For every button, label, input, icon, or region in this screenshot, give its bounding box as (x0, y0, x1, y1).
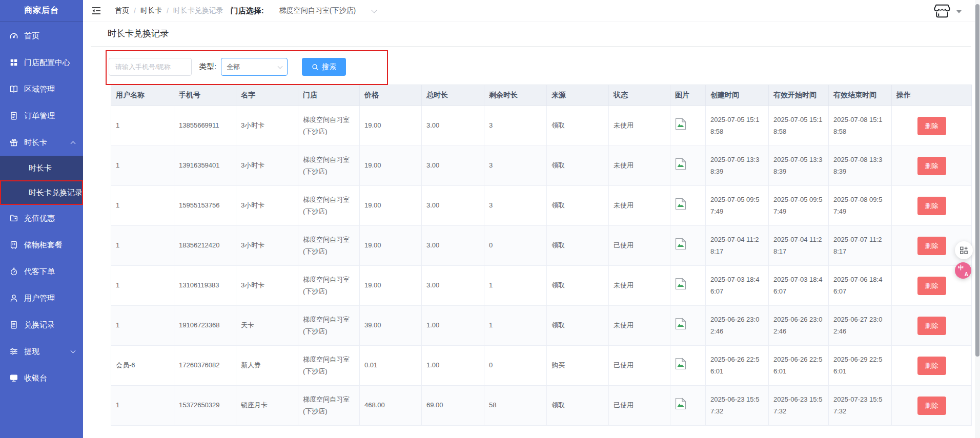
delete-button[interactable]: 删除 (917, 277, 946, 295)
sidebar-item-3[interactable]: 区域管理 (0, 76, 83, 102)
column-header-2: 手机号 (174, 85, 236, 106)
chevron-down-icon (371, 7, 377, 13)
breadcrumb-current: 时长卡兑换记录 (173, 6, 223, 15)
broken-image-icon (675, 198, 686, 210)
user-icon (9, 294, 18, 303)
sidebar-subitem-时长卡兑换记录[interactable]: 时长卡兑换记录 (0, 180, 83, 205)
table-row: 1 13916359401 3小时卡 梯度空间自习室(下沙店) 19.00 3.… (111, 146, 972, 186)
gift-icon (9, 138, 18, 147)
column-header-14: 操作 (892, 85, 972, 106)
column-header-9: 状态 (609, 85, 670, 106)
topbar: 首页 / 时长卡 / 时长卡兑换记录 门店选择: 梯度空间自习室(下沙店) (83, 0, 980, 22)
record-icon (9, 320, 18, 329)
status-text: 未使用 (609, 106, 670, 146)
status-text: 未使用 (609, 266, 670, 306)
timer-icon (9, 267, 18, 276)
sidebar-item-10[interactable]: 兑换记录 (0, 311, 83, 338)
type-label: 类型: (199, 62, 216, 72)
store-select-dropdown[interactable]: 梯度空间自习室(下沙店) (279, 6, 377, 15)
sidebar-item-7[interactable]: 储物柜套餐 (0, 232, 83, 258)
column-header-3: 名字 (236, 85, 298, 106)
monitor-icon (9, 373, 18, 383)
column-header-4: 门店 (298, 85, 360, 106)
breadcrumb: 首页 / 时长卡 / 时长卡兑换记录 (115, 6, 223, 15)
delete-button[interactable]: 删除 (917, 397, 946, 415)
sidebar-submenu: 时长卡时长卡兑换记录 (0, 156, 83, 205)
type-select-dropdown[interactable]: 全部 (221, 58, 288, 76)
translate-icon: 中 (958, 264, 964, 272)
sidebar-menu: 首页 门店配置中心 区域管理 订单管理 时长卡 时长卡时长卡兑换记录 充值优惠 … (0, 22, 83, 391)
broken-image-icon (675, 118, 686, 130)
table-row: 1 15372650329 锁座月卡 梯度空间自习室(下沙店) 468.00 6… (111, 386, 972, 426)
column-header-5: 价格 (360, 85, 422, 106)
broken-image-icon (675, 398, 686, 410)
store-select-value: 梯度空间自习室(下沙店) (279, 6, 356, 15)
delete-button[interactable]: 删除 (917, 317, 946, 335)
table-header-row: 用户名称手机号名字门店价格总时长剩余时长来源状态图片创建时间有效开始时间有效结束… (111, 85, 972, 106)
sidebar-item-5[interactable]: 时长卡 (0, 129, 83, 156)
storefront-icon[interactable] (933, 3, 951, 19)
status-text: 已使用 (609, 386, 670, 426)
status-text: 已使用 (609, 346, 670, 386)
sliders-icon (9, 347, 18, 356)
divider (91, 46, 971, 47)
sidebar-item-1[interactable]: 首页 (0, 23, 83, 49)
column-header-11: 创建时间 (706, 85, 769, 106)
column-header-7: 剩余时长 (484, 85, 547, 106)
sidebar-item-8[interactable]: 代客下单 (0, 258, 83, 285)
search-input[interactable] (109, 58, 192, 76)
sidebar-item-2[interactable]: 门店配置中心 (0, 49, 83, 76)
delete-button[interactable]: 删除 (917, 157, 946, 175)
column-header-1: 用户名称 (111, 85, 174, 106)
broken-image-icon (675, 358, 686, 370)
delete-button[interactable]: 删除 (917, 197, 946, 215)
page-title: 时长卡兑换记录 (108, 28, 169, 39)
records-table: 用户名称手机号名字门店价格总时长剩余时长来源状态图片创建时间有效开始时间有效结束… (111, 85, 972, 426)
column-header-13: 有效结束时间 (829, 85, 892, 106)
sidebar-subitem-时长卡[interactable]: 时长卡 (0, 156, 83, 180)
translate-widget[interactable]: 中 A (955, 262, 971, 279)
scrollbar-track (975, 0, 980, 438)
status-text: 未使用 (609, 186, 670, 226)
status-text: 未使用 (609, 146, 670, 186)
search-button[interactable]: 搜索 (302, 58, 346, 76)
app-title: 商家后台 (0, 0, 83, 22)
book-icon (9, 85, 18, 94)
sidebar-item-6[interactable]: 充值优惠 (0, 205, 83, 232)
table-row: 会员-6 17260376082 新人券 梯度空间自习室(下沙店) 0.01 1… (111, 346, 972, 386)
delete-button[interactable]: 删除 (917, 357, 946, 375)
table-row: 1 13106119383 3小时卡 梯度空间自习室(下沙店) 19.00 3.… (111, 266, 972, 306)
apps-grid-widget[interactable] (955, 241, 973, 259)
collapse-sidebar-icon[interactable] (91, 7, 101, 15)
column-header-6: 总时长 (422, 85, 484, 106)
search-icon (312, 64, 319, 71)
sidebar-item-11[interactable]: 提现 (0, 338, 83, 365)
broken-image-icon (675, 318, 686, 330)
delete-button[interactable]: 删除 (917, 237, 946, 255)
caret-down-icon[interactable] (956, 10, 962, 13)
locker-icon (9, 240, 18, 249)
apps-grid-icon (959, 246, 968, 255)
dashboard-icon (9, 31, 18, 40)
table-row: 1 19106723368 天卡 梯度空间自习室(下沙店) 39.00 1.00… (111, 306, 972, 346)
broken-image-icon (675, 278, 686, 290)
table-row: 1 15955153756 3小时卡 梯度空间自习室(下沙店) 19.00 3.… (111, 186, 972, 226)
table-row: 1 18356212420 3小时卡 梯度空间自习室(下沙店) 19.00 3.… (111, 226, 972, 266)
sidebar-item-9[interactable]: 用户管理 (0, 285, 83, 311)
main-content: 时长卡兑换记录 类型: 全部 搜索 用户名称手机号名字门店价格总时长剩余时长来源… (83, 22, 980, 438)
chevron-up-icon (71, 141, 76, 146)
folder-icon (9, 214, 18, 223)
scrollbar-thumb[interactable] (975, 4, 979, 357)
delete-button[interactable]: 删除 (917, 117, 946, 135)
type-select-value: 全部 (227, 62, 240, 72)
breadcrumb-timecard[interactable]: 时长卡 (140, 6, 162, 15)
sidebar-item-12[interactable]: 收银台 (0, 365, 83, 391)
column-header-8: 来源 (547, 85, 609, 106)
breadcrumb-home[interactable]: 首页 (115, 6, 129, 15)
search-button-label: 搜索 (322, 62, 336, 72)
sidebar-item-4[interactable]: 订单管理 (0, 102, 83, 129)
broken-image-icon (675, 238, 686, 250)
document-icon (9, 111, 18, 120)
grid-icon (9, 58, 18, 67)
column-header-12: 有效开始时间 (769, 85, 829, 106)
